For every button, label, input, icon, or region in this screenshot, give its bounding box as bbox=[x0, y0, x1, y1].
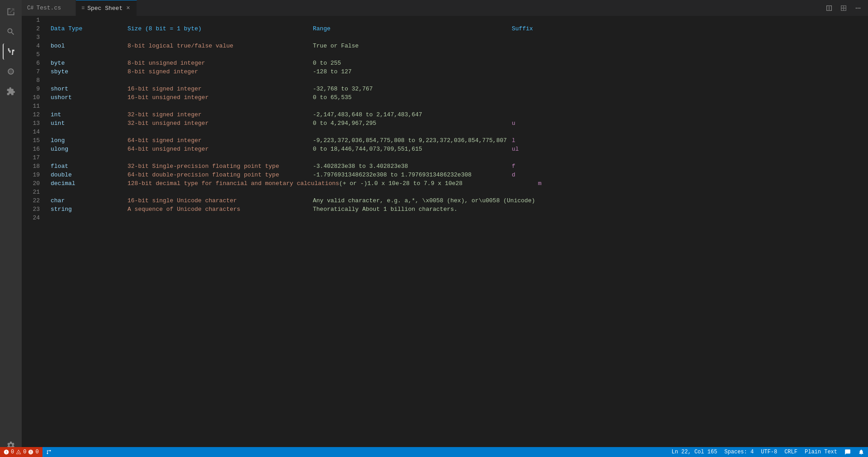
tab-spec-sheet[interactable]: ≡ Spec Sheet × bbox=[76, 0, 137, 16]
line-number: 11 bbox=[25, 102, 40, 110]
line-number: 20 bbox=[25, 179, 40, 188]
search-icon[interactable] bbox=[3, 24, 19, 40]
code-line bbox=[51, 76, 823, 85]
status-encoding[interactable]: UTF-8 bbox=[757, 447, 781, 457]
code-line: short16-bit signed integer-32,768 to 32,… bbox=[51, 85, 823, 93]
more-actions-icon[interactable] bbox=[852, 2, 864, 14]
status-language-text: Plain Text bbox=[805, 449, 837, 455]
tab-close-spec-sheet[interactable]: × bbox=[125, 4, 131, 12]
code-line: stringA sequence of Unicode charactersTh… bbox=[51, 205, 823, 214]
code-line: long64-bit signed integer-9,223,372,036,… bbox=[51, 136, 823, 145]
line-number: 15 bbox=[25, 136, 40, 145]
status-left: 0 0 0 bbox=[0, 447, 55, 457]
status-errors[interactable]: 0 0 0 bbox=[0, 447, 42, 457]
editor-area: 123456789101112131415161718192021222324 … bbox=[22, 16, 868, 447]
code-line: uint32-bit unsigned integer0 to 4,294,96… bbox=[51, 119, 823, 128]
explorer-icon[interactable] bbox=[3, 4, 19, 20]
code-line bbox=[51, 153, 823, 162]
line-number: 3 bbox=[25, 33, 40, 42]
code-line: bool8-bit logical true/false valueTrue o… bbox=[51, 42, 823, 50]
code-line: ushort16-bit unsigned integer0 to 65,535 bbox=[51, 93, 823, 102]
warning-count: 0 bbox=[23, 449, 26, 455]
line-number: 7 bbox=[25, 67, 40, 76]
status-spaces-text: Spaces: 4 bbox=[724, 449, 754, 455]
line-numbers: 123456789101112131415161718192021222324 bbox=[22, 16, 43, 447]
code-lines: Data TypeSize (8 bit = 1 byte)RangeSuffi… bbox=[43, 16, 832, 447]
tab-icon-test-cs: C# bbox=[27, 5, 33, 11]
status-notification[interactable] bbox=[854, 447, 868, 457]
status-bar: 0 0 0 Ln 22, Col 165 Spaces: 4 UTF-8 CRL… bbox=[0, 447, 868, 457]
line-number: 14 bbox=[25, 128, 40, 136]
status-language[interactable]: Plain Text bbox=[801, 447, 841, 457]
line-number: 1 bbox=[25, 16, 40, 24]
code-line: int32-bit signed integer-2,147,483,648 t… bbox=[51, 110, 823, 119]
line-number: 8 bbox=[25, 76, 40, 85]
status-spaces[interactable]: Spaces: 4 bbox=[721, 447, 757, 457]
line-number: 5 bbox=[25, 50, 40, 59]
code-line: Data TypeSize (8 bit = 1 byte)RangeSuffi… bbox=[51, 24, 823, 33]
tab-test-cs[interactable]: C# Test.cs bbox=[22, 0, 76, 16]
extensions-icon[interactable] bbox=[3, 83, 19, 100]
info-count: 0 bbox=[35, 449, 38, 455]
code-line bbox=[51, 33, 823, 42]
line-number: 12 bbox=[25, 110, 40, 119]
status-position[interactable]: Ln 22, Col 165 bbox=[668, 447, 721, 457]
line-number: 10 bbox=[25, 93, 40, 102]
line-number: 9 bbox=[25, 85, 40, 93]
layout-icon[interactable] bbox=[837, 2, 850, 14]
code-line: sbyte8-bit signed integer-128 to 127 bbox=[51, 67, 823, 76]
tab-icon-spec-sheet: ≡ bbox=[81, 5, 85, 11]
minimap-content bbox=[832, 16, 868, 19]
line-number: 21 bbox=[25, 188, 40, 196]
code-line bbox=[51, 214, 823, 222]
line-number: 23 bbox=[25, 205, 40, 214]
line-number: 2 bbox=[25, 24, 40, 33]
code-line bbox=[51, 50, 823, 59]
error-count: 0 bbox=[11, 449, 14, 455]
code-line: byte8-bit unsigned integer0 to 255 bbox=[51, 59, 823, 67]
line-number: 18 bbox=[25, 162, 40, 171]
code-line: char16-bit single Unicode characterAny v… bbox=[51, 196, 823, 205]
line-number: 4 bbox=[25, 42, 40, 50]
minimap bbox=[832, 16, 868, 447]
status-line-ending[interactable]: CRLF bbox=[781, 447, 801, 457]
tab-bar-actions bbox=[823, 0, 868, 16]
code-line bbox=[51, 128, 823, 136]
status-feedback[interactable] bbox=[841, 447, 854, 457]
line-number: 16 bbox=[25, 145, 40, 153]
line-number: 6 bbox=[25, 59, 40, 67]
status-right: Ln 22, Col 165 Spaces: 4 UTF-8 CRLF Plai… bbox=[668, 447, 868, 457]
code-line: float32-bit Single-precision floating po… bbox=[51, 162, 823, 171]
line-number: 24 bbox=[25, 214, 40, 222]
status-encoding-text: UTF-8 bbox=[761, 449, 777, 455]
code-line: double64-bit double-precision floating p… bbox=[51, 171, 823, 179]
line-number: 13 bbox=[25, 119, 40, 128]
tab-label-test-cs: Test.cs bbox=[36, 5, 61, 11]
svg-point-3 bbox=[47, 453, 48, 454]
status-line-ending-text: CRLF bbox=[784, 449, 797, 455]
code-line: ulong64-bit unsigned integer0 to 18,446,… bbox=[51, 145, 823, 153]
source-control-icon[interactable] bbox=[3, 43, 19, 60]
code-line bbox=[51, 102, 823, 110]
tab-bar: C# Test.cs ≡ Spec Sheet × bbox=[22, 0, 868, 16]
code-container[interactable]: 123456789101112131415161718192021222324 … bbox=[22, 16, 868, 447]
activity-bar bbox=[0, 0, 22, 457]
code-line bbox=[51, 16, 823, 24]
tab-label-spec-sheet: Spec Sheet bbox=[87, 5, 123, 12]
svg-point-4 bbox=[49, 450, 51, 452]
status-ln-col: Ln 22, Col 165 bbox=[672, 449, 717, 455]
line-number: 22 bbox=[25, 196, 40, 205]
status-git[interactable] bbox=[42, 447, 55, 457]
code-line bbox=[51, 188, 823, 196]
debug-icon[interactable] bbox=[3, 63, 19, 80]
code-line: decimal128-bit decimal type for financia… bbox=[51, 179, 823, 188]
split-editor-icon[interactable] bbox=[823, 2, 835, 14]
line-number: 19 bbox=[25, 171, 40, 179]
line-number: 17 bbox=[25, 153, 40, 162]
